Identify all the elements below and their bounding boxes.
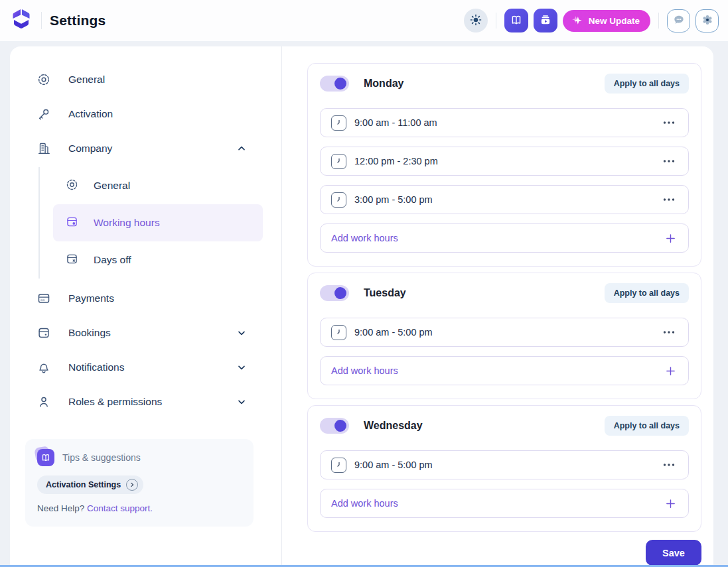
apply-to-all-days-button[interactable]: Apply to all days (605, 416, 689, 436)
add-work-hours-row[interactable]: Add work hours (320, 489, 689, 518)
slot-options-button[interactable] (660, 118, 678, 127)
sidebar-item-label: Company (68, 143, 112, 155)
chevron-up-icon (236, 143, 247, 154)
calendar-x-icon (65, 252, 79, 269)
chevron-down-icon (236, 328, 247, 338)
plus-icon[interactable] (664, 364, 678, 378)
settings-sidebar: General Activation Company (10, 46, 282, 567)
activation-settings-chip[interactable]: Activation Settings (37, 475, 143, 494)
sidebar-item-company[interactable]: Company (10, 131, 281, 166)
chevron-right-circle-icon (126, 479, 138, 491)
day-cards-list: Monday Apply to all days 9:00 am - 11:00… (307, 63, 701, 532)
add-work-hours-label: Add work hours (331, 233, 398, 243)
sun-icon (469, 13, 482, 29)
tips-title: Tips & suggestions (62, 452, 141, 463)
sidebar-item-label: Bookings (68, 327, 111, 339)
video-tutorials-button[interactable] (534, 9, 557, 32)
sidebar-item-label: General (68, 74, 105, 86)
new-update-button[interactable]: New Update (563, 10, 650, 32)
sidebar-item-roles-permissions[interactable]: Roles & permissions (10, 385, 281, 419)
clock-icon (331, 115, 346, 131)
apply-to-all-days-button[interactable]: Apply to all days (605, 283, 689, 303)
clock-icon (331, 154, 346, 169)
gear-flower-icon (701, 13, 714, 29)
sidebar-item-general[interactable]: General (10, 62, 281, 97)
chip-label: Activation Settings (46, 480, 121, 489)
time-slot-row: 9:00 am - 11:00 am (320, 108, 689, 137)
theme-toggle-button[interactable] (464, 9, 488, 32)
slots-container: 9:00 am - 11:00 am 12:00 pm - 2:30 pm 3:… (320, 108, 689, 214)
slot-options-button[interactable] (660, 328, 678, 337)
add-work-hours-row[interactable]: Add work hours (320, 223, 689, 253)
page-title: Settings (50, 13, 106, 29)
new-update-label: New Update (589, 16, 640, 26)
slot-time-text: 9:00 am - 11:00 am (354, 117, 437, 128)
sidebar-item-bookings[interactable]: Bookings (10, 316, 281, 350)
day-name: Wednesday (364, 420, 423, 432)
sidebar-item-notifications[interactable]: Notifications (10, 350, 281, 385)
sidebar-item-activation[interactable]: Activation (10, 97, 281, 131)
clock-icon (331, 458, 346, 473)
clock-icon (331, 325, 346, 340)
company-submenu: General Working hours (38, 167, 281, 279)
time-slot-row: 12:00 pm - 2:30 pm (320, 147, 689, 176)
header-divider (658, 13, 659, 29)
tips-suggestions-box: Tips & suggestions Activation Settings N… (25, 439, 254, 527)
slot-time-text: 9:00 am - 5:00 pm (354, 460, 433, 470)
slot-options-button[interactable] (660, 157, 678, 166)
sidebar-subitem-days-off[interactable]: Days off (53, 241, 263, 279)
day-toggle[interactable] (320, 285, 349, 301)
sparkle-icon (571, 13, 584, 29)
calendar-dot-icon (65, 215, 79, 231)
day-name: Tuesday (364, 287, 406, 299)
slot-options-button[interactable] (660, 195, 678, 204)
need-help-text: Need Help? (37, 503, 84, 513)
plus-icon[interactable] (664, 497, 678, 511)
key-icon (36, 107, 51, 121)
slot-time-text: 3:00 pm - 5:00 pm (354, 194, 433, 205)
sidebar-item-label: Payments (68, 292, 114, 304)
header-divider (496, 13, 496, 29)
sidebar-item-label: Roles & permissions (68, 396, 162, 408)
slot-time-text: 12:00 pm - 2:30 pm (354, 156, 438, 166)
sidebar-item-label: Notifications (68, 361, 124, 373)
slot-options-button[interactable] (660, 460, 678, 470)
add-work-hours-row[interactable]: Add work hours (320, 356, 689, 385)
sidebar-subitem-label: General (94, 180, 130, 192)
day-name: Monday (364, 78, 403, 90)
app-logo-icon (9, 7, 33, 34)
sidebar-subitem-label: Days off (94, 254, 131, 266)
day-card: Monday Apply to all days 9:00 am - 11:00… (307, 63, 701, 267)
day-toggle[interactable] (320, 418, 349, 434)
slot-time-text: 9:00 am - 5:00 pm (354, 327, 433, 338)
clock-icon (331, 192, 346, 208)
quick-settings-button[interactable] (695, 9, 719, 32)
time-slot-row: 9:00 am - 5:00 pm (320, 318, 689, 347)
add-work-hours-label: Add work hours (331, 498, 398, 509)
calendar-icon (36, 326, 51, 340)
bell-icon (36, 360, 51, 375)
plus-icon[interactable] (664, 231, 678, 245)
working-hours-content: Monday Apply to all days 9:00 am - 11:00… (282, 46, 713, 567)
day-toggle[interactable] (320, 76, 349, 92)
sidebar-subitem-working-hours[interactable]: Working hours (53, 204, 263, 241)
add-work-hours-label: Add work hours (331, 365, 398, 376)
app-header: Settings (0, 0, 728, 41)
apply-to-all-days-button[interactable]: Apply to all days (605, 74, 689, 94)
sidebar-item-label: Activation (68, 108, 113, 120)
gear-icon (65, 178, 79, 194)
sidebar-item-payments[interactable]: Payments (10, 281, 281, 316)
chat-support-button[interactable] (667, 9, 690, 32)
save-button[interactable]: Save (646, 540, 701, 566)
building-icon (36, 141, 51, 156)
time-slot-row: 3:00 pm - 5:00 pm (320, 185, 689, 214)
sidebar-subitem-company-general[interactable]: General (53, 167, 263, 204)
day-card: Wednesday Apply to all days 9:00 am - 5:… (307, 405, 701, 532)
sidebar-subitem-label: Working hours (94, 217, 160, 229)
docs-button[interactable] (504, 9, 528, 32)
time-slot-row: 9:00 am - 5:00 pm (320, 450, 689, 479)
contact-support-link[interactable]: Contact support. (87, 503, 153, 513)
chat-bubble-icon (672, 13, 686, 29)
video-stack-icon (539, 13, 552, 29)
chevron-down-icon (236, 397, 247, 407)
